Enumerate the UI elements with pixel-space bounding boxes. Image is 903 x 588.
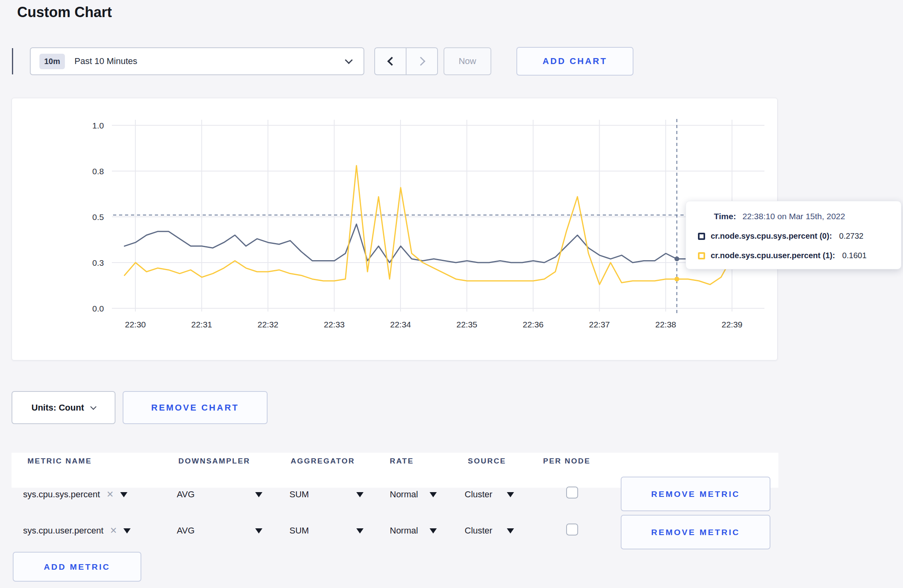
tooltip-series-row: cr.node.sys.cpu.user.percent (1): 0.1601 bbox=[698, 251, 889, 260]
cpu-usage-chart[interactable]: 0.00.30.50.81.022:3022:3122:3222:3322:34… bbox=[12, 98, 778, 360]
y-axis-tick-label: 1.0 bbox=[92, 121, 104, 130]
rate-value: Normal bbox=[390, 526, 418, 536]
caret-down-icon bbox=[120, 492, 127, 497]
add-metric-button[interactable]: ADD METRIC bbox=[13, 552, 141, 582]
downsampler-value: AVG bbox=[177, 489, 195, 500]
units-label: Units: Count bbox=[31, 403, 84, 413]
x-axis-tick-label: 22:34 bbox=[390, 320, 411, 329]
hover-marker-cr.node.sys.cpu.sys.percent bbox=[674, 257, 679, 261]
chevron-down-icon bbox=[345, 56, 353, 64]
column-header-aggregator: AGGREGATOR bbox=[291, 457, 355, 465]
downsampler-select[interactable]: AVG bbox=[177, 526, 262, 536]
downsampler-value: AVG bbox=[177, 526, 195, 536]
next-time-button[interactable] bbox=[406, 48, 437, 74]
rate-select[interactable]: Normal bbox=[390, 526, 437, 536]
remove-chart-button[interactable]: REMOVE CHART bbox=[123, 391, 268, 424]
column-header-per-node: PER NODE bbox=[543, 457, 590, 465]
caret-down-icon bbox=[356, 492, 364, 497]
tooltip-time-value: 22:38:10 on Mar 15th, 2022 bbox=[743, 212, 845, 221]
downsampler-select[interactable]: AVG bbox=[177, 489, 262, 500]
time-range-label: Past 10 Minutes bbox=[74, 56, 346, 66]
rate-select[interactable]: Normal bbox=[390, 489, 437, 500]
caret-down-icon bbox=[507, 492, 514, 497]
caret-down-icon bbox=[255, 528, 262, 533]
x-axis-tick-label: 22:37 bbox=[589, 320, 610, 329]
x-axis-tick-label: 22:38 bbox=[655, 320, 676, 329]
aggregator-value: SUM bbox=[289, 526, 309, 536]
x-axis-tick-label: 22:31 bbox=[191, 320, 212, 329]
chevron-left-icon bbox=[387, 57, 396, 66]
metric-name-value: sys.cpu.sys.percent bbox=[23, 489, 100, 500]
source-value: Cluster bbox=[465, 489, 493, 500]
tooltip-series-name: cr.node.sys.cpu.user.percent (1): bbox=[711, 251, 835, 260]
tooltip-series-value: 0.1601 bbox=[842, 251, 866, 260]
metric-name-select[interactable]: sys.cpu.user.percent ✕ bbox=[23, 526, 131, 536]
source-select[interactable]: Cluster bbox=[465, 489, 514, 500]
caret-down-icon bbox=[430, 528, 437, 533]
time-step-button-group bbox=[374, 47, 438, 75]
caret-down-icon bbox=[356, 528, 364, 533]
y-axis-tick-label: 0.3 bbox=[92, 258, 104, 267]
tooltip-series-value: 0.2732 bbox=[839, 232, 864, 241]
x-axis-tick-label: 22:30 bbox=[125, 320, 146, 329]
caret-down-icon bbox=[430, 492, 437, 497]
per-node-checkbox[interactable] bbox=[566, 524, 578, 535]
y-axis-tick-label: 0.0 bbox=[92, 304, 104, 313]
units-dropdown[interactable]: Units: Count bbox=[12, 391, 115, 424]
x-axis-tick-label: 22:33 bbox=[324, 320, 345, 329]
toolbar-accent-divider bbox=[12, 48, 13, 74]
caret-down-icon bbox=[507, 528, 514, 533]
source-select[interactable]: Cluster bbox=[465, 526, 514, 536]
metric-name-value: sys.cpu.user.percent bbox=[23, 526, 104, 536]
caret-down-icon bbox=[255, 492, 262, 497]
column-header-downsampler: DOWNSAMPLER bbox=[178, 457, 250, 465]
x-axis-tick-label: 22:32 bbox=[258, 320, 279, 329]
time-range-dropdown[interactable]: 10m Past 10 Minutes bbox=[30, 47, 364, 75]
column-header-rate: RATE bbox=[390, 457, 414, 465]
tooltip-series-row: cr.node.sys.cpu.sys.percent (0): 0.2732 bbox=[698, 232, 889, 241]
caret-down-icon bbox=[123, 528, 131, 533]
rate-value: Normal bbox=[390, 489, 418, 500]
chevron-right-icon bbox=[416, 57, 425, 66]
remove-metric-name-icon[interactable]: ✕ bbox=[110, 526, 117, 536]
metric-name-select[interactable]: sys.cpu.sys.percent ✕ bbox=[23, 489, 127, 500]
aggregator-value: SUM bbox=[289, 489, 309, 500]
chart-tooltip: Time: 22:38:10 on Mar 15th, 2022 cr.node… bbox=[686, 201, 901, 269]
now-button[interactable]: Now bbox=[444, 47, 491, 75]
aggregator-select[interactable]: SUM bbox=[289, 489, 364, 500]
hover-marker-cr.node.sys.cpu.user.percent bbox=[674, 276, 679, 281]
per-node-checkbox[interactable] bbox=[566, 487, 578, 498]
aggregator-select[interactable]: SUM bbox=[289, 526, 364, 536]
remove-metric-button[interactable]: REMOVE METRIC bbox=[621, 515, 770, 549]
column-header-metric-name: METRIC NAME bbox=[27, 457, 92, 465]
time-range-badge: 10m bbox=[39, 54, 65, 69]
tooltip-time-label: Time: bbox=[714, 212, 736, 221]
remove-metric-button[interactable]: REMOVE METRIC bbox=[621, 477, 770, 511]
tooltip-time-row: Time: 22:38:10 on Mar 15th, 2022 bbox=[698, 212, 889, 221]
sys-series-swatch-icon bbox=[698, 233, 705, 240]
series-line-cr.node.sys.cpu.user.percent bbox=[125, 165, 743, 284]
remove-metric-name-icon[interactable]: ✕ bbox=[106, 489, 113, 500]
source-value: Cluster bbox=[465, 526, 493, 536]
prev-time-button[interactable] bbox=[375, 48, 406, 74]
chevron-down-icon bbox=[90, 403, 97, 410]
add-chart-button[interactable]: ADD CHART bbox=[516, 47, 633, 76]
x-axis-tick-label: 22:35 bbox=[456, 320, 477, 329]
column-header-source: SOURCE bbox=[468, 457, 506, 465]
x-axis-tick-label: 22:36 bbox=[523, 320, 544, 329]
x-axis-tick-label: 22:39 bbox=[721, 320, 743, 329]
page-title: Custom Chart bbox=[17, 4, 112, 21]
y-axis-tick-label: 0.8 bbox=[92, 167, 104, 176]
tooltip-series-name: cr.node.sys.cpu.sys.percent (0): bbox=[711, 232, 832, 241]
series-line-cr.node.sys.cpu.sys.percent bbox=[125, 224, 743, 263]
y-axis-tick-label: 0.5 bbox=[92, 212, 104, 222]
user-series-swatch-icon bbox=[698, 252, 705, 259]
